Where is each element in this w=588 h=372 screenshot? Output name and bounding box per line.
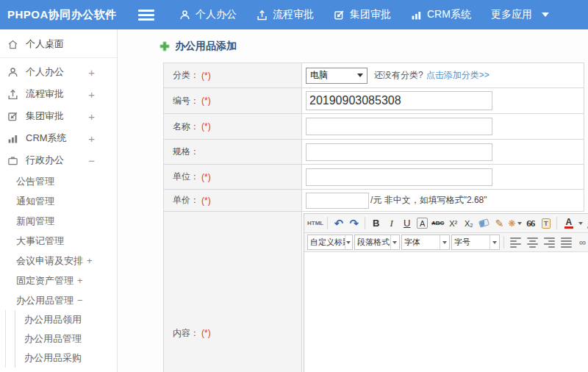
divider: [556, 217, 557, 229]
submenu-label: 办公用品采购: [24, 351, 82, 365]
sidebar-item-fixed-assets[interactable]: 固定资产管理 +: [0, 271, 117, 290]
app-logo: PHPOA协同办公软件: [0, 8, 138, 22]
align-right-icon[interactable]: [544, 235, 555, 250]
quick-format-button[interactable]: ❋: [508, 216, 522, 231]
sidebar-item-group-approval[interactable]: 集团审批 +: [0, 105, 117, 127]
submenu-label: 办公用品管理: [16, 294, 74, 307]
submenu-label: 固定资产管理: [16, 274, 74, 287]
paste-as-text-button[interactable]: T: [539, 216, 553, 231]
sidebar-item-notices[interactable]: 通知管理: [0, 191, 117, 211]
divider: [0, 57, 117, 58]
sidebar-item-news[interactable]: 新闻管理: [0, 211, 117, 231]
align-left-icon[interactable]: [510, 235, 521, 250]
sidebar-item-label: CRM系统: [26, 132, 88, 145]
sidebar-item-memorabilia[interactable]: 大事记管理: [0, 231, 117, 251]
user-icon: [179, 10, 190, 21]
bold-button[interactable]: B: [369, 216, 383, 231]
sidebar-item-supplies-management[interactable]: 办公用品管理: [15, 329, 117, 348]
submenu-label: 新闻管理: [16, 215, 54, 228]
price-input[interactable]: [306, 193, 369, 209]
topbar: PHPOA协同办公软件 个人办公 流程审批: [0, 0, 588, 29]
category-select[interactable]: 电脑: [306, 68, 368, 84]
name-input[interactable]: [306, 118, 492, 135]
collapse-toggle[interactable]: −: [88, 154, 107, 167]
divider: [327, 217, 328, 229]
topnav-label: 更多应用: [491, 8, 532, 21]
collapse-toggle[interactable]: −: [77, 295, 83, 306]
divider: [503, 236, 504, 248]
sidebar-item-meetings[interactable]: 会议申请及安排 +: [0, 251, 117, 271]
submenu-label: 办公用品管理: [24, 332, 82, 346]
spec-label: 规格：: [164, 140, 302, 164]
sidebar-item-label: 个人办公: [26, 65, 88, 79]
form-row-spec: 规格：: [164, 140, 584, 165]
font-size-select[interactable]: 字号: [451, 235, 500, 250]
topnav-group-approval[interactable]: 集团审批: [334, 8, 391, 21]
expand-toggle[interactable]: +: [77, 275, 83, 286]
required-mark: (*): [201, 71, 211, 81]
sidebar-item-label: 流程审批: [26, 87, 88, 101]
expand-toggle[interactable]: +: [88, 110, 107, 123]
topnav-workflow-approval[interactable]: 流程审批: [257, 8, 314, 21]
form-row-code: 编号： (*): [164, 88, 584, 114]
font-color-icon: A: [565, 218, 572, 226]
blockquote-button[interactable]: 66: [523, 216, 537, 231]
menu-toggle-icon[interactable]: [138, 10, 154, 21]
required-mark: (*): [201, 121, 211, 132]
sidebar-item-label: 行政办公: [26, 154, 88, 167]
sidebar-item-supplies-purchase[interactable]: 办公用品采购: [15, 348, 117, 368]
content-label: 内容： (*): [164, 212, 302, 372]
heading-style-select[interactable]: 自定义标题: [307, 235, 353, 250]
unit-input[interactable]: [306, 168, 492, 186]
form-row-unit: 单位： (*): [164, 165, 584, 190]
workflow-icon: [7, 89, 18, 100]
form-row-content: 内容： (*) HTML ↶ ↷ B I U: [164, 212, 584, 372]
topnav-personal-office[interactable]: 个人办公: [179, 8, 237, 21]
redo-icon[interactable]: ↷: [347, 216, 361, 231]
submenu-label: 通知管理: [16, 195, 54, 208]
spec-input[interactable]: [306, 143, 492, 161]
add-category-link[interactable]: 点击添加分类>>: [426, 69, 490, 82]
editor-body[interactable]: [304, 252, 588, 372]
topnav-more-apps[interactable]: 更多应用: [491, 8, 549, 21]
expand-toggle[interactable]: +: [88, 132, 107, 145]
source-code-button[interactable]: HTML: [307, 216, 323, 231]
align-justify-icon[interactable]: [561, 235, 572, 250]
strikethrough-button[interactable]: ABC: [431, 216, 445, 231]
sidebar-item-crm[interactable]: CRM系统 +: [0, 127, 117, 149]
sidebar-item-announcements[interactable]: 公告管理: [0, 171, 117, 191]
font-border-button[interactable]: A: [417, 218, 428, 229]
divider: [365, 217, 365, 229]
expand-toggle[interactable]: +: [88, 66, 107, 79]
font-color-button[interactable]: A: [561, 216, 583, 231]
subscript-button[interactable]: X₂: [462, 216, 476, 231]
sidebar-item-label: 集团审批: [26, 110, 88, 123]
font-family-select[interactable]: 字体: [401, 235, 450, 250]
highlight-color-button[interactable]: ab: [584, 216, 588, 231]
expand-toggle[interactable]: +: [87, 255, 93, 266]
expand-toggle[interactable]: +: [88, 88, 107, 101]
sidebar-item-personal-office[interactable]: 个人办公 +: [0, 61, 117, 83]
format-brush-button[interactable]: ✎: [492, 216, 506, 231]
code-input[interactable]: [306, 91, 492, 110]
sidebar-item-admin-office[interactable]: 行政办公 −: [0, 149, 117, 171]
bar-chart-icon: [411, 10, 422, 21]
paragraph-format-select[interactable]: 段落格式: [354, 235, 400, 250]
eraser-icon: [478, 218, 490, 228]
sidebar-item-supplies-requisition[interactable]: 办公用品领用: [15, 310, 117, 329]
align-center-icon[interactable]: [527, 235, 538, 250]
underline-button[interactable]: U: [400, 216, 414, 231]
workflow-icon: [257, 10, 268, 21]
link-icon[interactable]: ∞: [576, 235, 588, 250]
undo-icon[interactable]: ↶: [331, 216, 345, 231]
page-title: 办公用品添加: [175, 40, 237, 53]
sidebar-item-workflow-approval[interactable]: 流程审批 +: [0, 83, 117, 105]
sidebar-item-office-supplies[interactable]: 办公用品管理 −: [0, 290, 117, 310]
superscript-button[interactable]: X²: [446, 216, 460, 231]
italic-button[interactable]: I: [384, 216, 398, 231]
topnav-crm[interactable]: CRM系统: [411, 8, 471, 21]
remove-format-button[interactable]: [477, 216, 491, 231]
unit-label: 单位： (*): [164, 165, 302, 189]
sidebar-item-desktop[interactable]: 个人桌面: [0, 32, 117, 56]
topnav-label: 集团审批: [350, 8, 391, 21]
